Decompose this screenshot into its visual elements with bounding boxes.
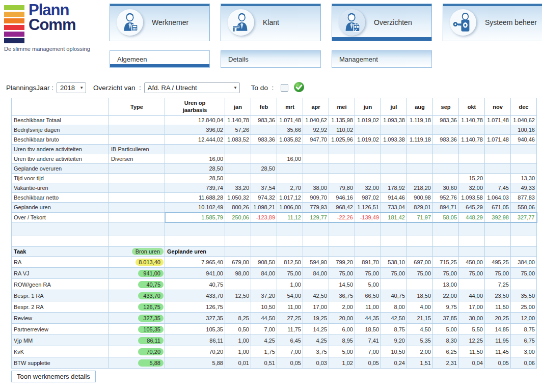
task-label-cell: Review xyxy=(12,313,109,324)
tab-details[interactable]: Details xyxy=(221,50,321,68)
month-cell-okt: 1.093,58 xyxy=(459,193,485,203)
month-cell-jun: 1.019,02 xyxy=(355,135,381,145)
type-cell xyxy=(109,212,165,222)
month-cell-apr: 1.040,62 xyxy=(303,116,329,125)
todo-label: To do : xyxy=(251,84,274,92)
planned-hours-cell: 86,11 xyxy=(165,335,225,346)
month-cell-nov: 75,00 xyxy=(485,268,511,279)
month-cell-jun: 5,00 xyxy=(355,279,381,290)
nav-button-klant[interactable]: Klant xyxy=(221,4,321,41)
month-cell-jul: 10,50 xyxy=(381,346,407,357)
month-cell-apr: 0,03 xyxy=(303,357,329,369)
month-cell-okt xyxy=(459,279,485,290)
month-cell-dec: 13,30 xyxy=(511,174,537,183)
task-label-cell: BTW suppletie xyxy=(12,357,109,369)
month-cell-jan: 98,00 xyxy=(225,268,251,279)
type-cell xyxy=(109,183,165,193)
month-cell-apr: 909,70 xyxy=(303,193,329,203)
month-cell-jun: 987,02 xyxy=(355,193,381,203)
spacer-cell xyxy=(511,222,537,236)
logo-bar xyxy=(4,5,24,10)
todo-checkbox[interactable] xyxy=(281,84,288,92)
overview-select[interactable]: Afd. RA / Utrecht ▼ xyxy=(144,82,240,93)
month-cell-mei: 6,00 xyxy=(329,324,355,335)
task-row: RA VJ941,00941,0098,0084,0075,0084,0075,… xyxy=(12,268,537,279)
availability-row: Beschikbaar Totaal12.840,041.140,78983,3… xyxy=(12,116,537,125)
nav-button-overzichten[interactable]: Overzichten xyxy=(332,4,432,41)
month-cell-sep: 75,00 xyxy=(433,268,459,279)
overview-icon xyxy=(339,9,365,36)
month-cell-feb: 1.098,21 xyxy=(251,203,277,213)
task-header-row: TaakBron urenGeplande uren xyxy=(12,247,537,257)
month-cell-dec: 49,33 xyxy=(511,183,537,193)
type-cell xyxy=(109,125,165,135)
month-cell-aug xyxy=(407,174,433,183)
task-label-cell: RA xyxy=(12,257,109,268)
logo-bar xyxy=(4,25,24,30)
source-hours-pill: 126,75 xyxy=(138,303,164,311)
month-cell-dec: 877,83 xyxy=(511,193,537,203)
month-cell-mrt: 1.006,00 xyxy=(277,203,303,213)
month-cell-jul: 1.093,38 xyxy=(381,116,407,125)
source-header-pill: Bron uren xyxy=(132,248,164,255)
month-cell-feb: 983,36 xyxy=(251,135,277,145)
corner-cell xyxy=(12,98,109,116)
col-header-year-basis-label: Uren op jaarbasis xyxy=(179,100,211,114)
month-cell-feb: 37,54 xyxy=(251,183,277,193)
tab-algemeen[interactable]: Algemeen xyxy=(110,50,210,68)
month-cell-jul: 40,75 xyxy=(381,290,407,301)
month-cell-feb: 84,00 xyxy=(251,268,277,279)
month-cell-nov: 495,25 xyxy=(485,257,511,268)
month-cell-sep xyxy=(433,174,459,183)
nav-button-label: Overzichten xyxy=(374,18,412,26)
month-cell-jun: 44,35 xyxy=(355,313,381,324)
month-cell-jul: 75,00 xyxy=(381,268,407,279)
tab-management[interactable]: Management xyxy=(332,50,432,68)
nav-button-werknemer[interactable]: Werknemer xyxy=(110,4,210,41)
nav-button-systeem-beheer[interactable]: Systeem beheer xyxy=(443,4,542,41)
month-cell-feb xyxy=(251,279,277,290)
year-total-cell: 12.840,04 xyxy=(165,116,225,125)
task-col-header: Taak xyxy=(12,247,109,257)
row-label-cell: Over / Tekort xyxy=(12,212,109,222)
month-cell-okt: 448,29 xyxy=(459,212,485,222)
month-cell-jun: 11,00 xyxy=(355,301,381,313)
month-cell-dec: 940,46 xyxy=(511,135,537,145)
month-cell-sep: 952,76 xyxy=(433,193,459,203)
month-cell-jun xyxy=(355,145,381,154)
row-label-cell: Beschikbaar netto xyxy=(12,193,109,203)
row-label-cell: Beschikbaar Totaal xyxy=(12,116,109,125)
month-cell-jul: 733,04 xyxy=(381,203,407,213)
month-cell-jan: 679,00 xyxy=(225,257,251,268)
task-label-cell: Bespr. 2 RA xyxy=(12,301,109,313)
month-cell-apr xyxy=(303,145,329,154)
task-header-month-cell xyxy=(277,247,303,257)
row-label-cell: Bedrijfsvrije dagen xyxy=(12,125,109,135)
month-cell-mrt: 7,00 xyxy=(277,346,303,357)
month-cell-jul: 1.093,38 xyxy=(381,135,407,145)
month-cell-apr: 3,75 xyxy=(303,346,329,357)
month-cell-jun xyxy=(355,125,381,135)
spacer-cell xyxy=(459,222,485,236)
month-cell-apr: 38,00 xyxy=(303,183,329,193)
task-header-month-cell xyxy=(225,247,251,257)
month-cell-feb xyxy=(251,145,277,154)
task-row: RA8.013,407.965,40679,00908,50812,50594,… xyxy=(12,257,537,268)
month-cell-jul xyxy=(381,164,407,174)
month-cell-dec: 35,50 xyxy=(511,290,537,301)
show-employee-details-button[interactable]: Toon werknemers details xyxy=(11,371,96,382)
month-cell-aug: 21,15 xyxy=(407,313,433,324)
source-hours-pill: 433,70 xyxy=(138,292,164,299)
planning-year-select[interactable]: 2018 ▼ xyxy=(57,82,86,93)
month-cell-feb: 974,32 xyxy=(251,193,277,203)
month-cell-nov: 23,50 xyxy=(485,290,511,301)
source-hours-pill: 8.013,40 xyxy=(136,259,164,266)
month-cell-sep: 715,25 xyxy=(433,257,459,268)
spacer-row xyxy=(12,222,537,236)
confirm-check-icon[interactable] xyxy=(293,81,305,94)
month-cell-feb: 7,00 xyxy=(251,324,277,335)
employee-icon xyxy=(117,9,143,36)
task-row: Review327,35327,358,2544,5027,2519,2520,… xyxy=(12,313,537,324)
tab-label: Algemeen xyxy=(117,55,147,63)
planned-hours-cell: 941,00 xyxy=(165,268,225,279)
